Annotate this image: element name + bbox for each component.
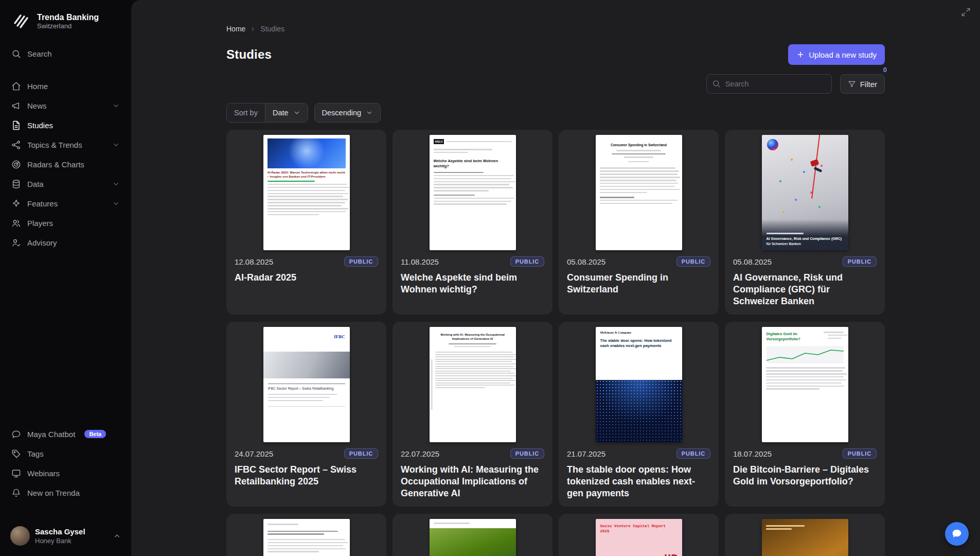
text-lines	[762, 519, 848, 530]
bell-icon	[11, 488, 21, 498]
brand-country: Switzerland	[37, 22, 99, 30]
study-card[interactable]	[226, 514, 386, 556]
toolbar: 0 Filter	[226, 74, 885, 94]
filter-label: Filter	[860, 80, 877, 89]
cover-heading: Swiss Venture Capital Report 2025	[596, 519, 682, 534]
plus-icon	[796, 50, 805, 59]
sidebar-item-label: Data	[27, 180, 44, 188]
study-visibility-badge: PUBLIC	[843, 448, 877, 459]
radar-icon	[11, 160, 21, 169]
sidebar-item-webinars[interactable]: Webinars	[6, 463, 125, 483]
sidebar-item-topics-trends[interactable]: Topics & Trends	[6, 135, 125, 154]
chat-fab-button[interactable]	[945, 522, 969, 546]
study-card[interactable]: Digitales Gold im Vorsorgeportfolio?	[725, 322, 885, 507]
sidebar-item-radars-charts[interactable]: Radars & Charts	[6, 154, 125, 174]
study-date: 24.07.2025	[235, 449, 273, 458]
cover-heading: IFBC Sector Report – Swiss Retailbanking	[263, 387, 350, 391]
chevron-down-icon	[112, 141, 120, 149]
chevron-down-icon	[112, 180, 120, 188]
search-input[interactable]	[706, 74, 832, 94]
tag-icon	[11, 449, 21, 459]
user-menu[interactable]: Sascha Gysel Honey Bank	[6, 523, 125, 549]
study-card[interactable]: McKinsey & Company The stable door opens…	[559, 322, 719, 507]
study-card[interactable]: Swiss Venture Capital Report 2025 UP	[559, 514, 719, 556]
chevron-right-icon	[250, 26, 256, 32]
study-card[interactable]: AI-Radar 2025: Warum Technologie allein …	[226, 130, 386, 315]
sort-field-value: Date	[273, 109, 289, 117]
trenda-logo-icon	[10, 10, 32, 32]
study-card[interactable]: IFBC IFBC Sector Report – Swiss Retailba…	[226, 322, 386, 507]
cover-heading: Welche Aspekte sind beim Wohnen wichtig?	[430, 159, 516, 169]
sidebar-item-features[interactable]: Features	[6, 194, 125, 213]
cover-logo-sphere	[767, 139, 778, 150]
study-card[interactable]: Working with AI: Measuring the Occupatio…	[393, 322, 553, 507]
study-visibility-badge: PUBLIC	[676, 256, 710, 267]
users-icon	[11, 218, 21, 228]
study-title: AI Governance, Risk und Compliance (GRC)…	[733, 272, 877, 307]
filter-button[interactable]: Filter	[840, 74, 885, 94]
study-title: AI-Radar 2025	[235, 272, 378, 284]
avatar	[10, 526, 30, 546]
study-visibility-badge: PUBLIC	[510, 448, 544, 459]
sidebar-item-data[interactable]: Data	[6, 174, 125, 194]
study-card[interactable]: GLOBAL	[725, 514, 885, 556]
study-date: 18.07.2025	[733, 449, 772, 458]
study-thumbnail	[235, 517, 378, 556]
study-thumbnail: IFBC IFBC Sector Report – Swiss Retailba…	[235, 325, 378, 444]
sort-field-dropdown[interactable]: Date	[265, 103, 308, 122]
sidebar-item-label: News	[27, 101, 47, 110]
text-lines	[430, 352, 516, 388]
sort-direction-dropdown[interactable]: Descending	[315, 103, 381, 122]
chevron-up-icon	[113, 532, 121, 540]
filter-count-badge: 0	[883, 66, 887, 74]
sidebar-nav: Home News Studies Topics & Trends Radars…	[6, 76, 125, 252]
sidebar-item-advisory[interactable]: Advisory	[6, 233, 125, 252]
sidebar-item-tags[interactable]: Tags	[6, 444, 125, 463]
study-thumbnail: Digitales Gold im Vorsorgeportfolio?	[733, 325, 877, 444]
text-lines	[263, 394, 350, 401]
study-visibility-badge: PUBLIC	[344, 256, 378, 267]
cover-heading: Working with AI: Measuring the Occupatio…	[430, 333, 516, 341]
study-card[interactable]: AI Governance, Risk und Compliance (GRC)…	[725, 130, 885, 315]
breadcrumb-home[interactable]: Home	[226, 25, 245, 33]
study-thumbnail: McKinsey & Company The stable door opens…	[567, 325, 710, 444]
sidebar-item-home[interactable]: Home	[6, 76, 125, 96]
study-card[interactable]: Consumer Spending in Switzerland	[559, 130, 719, 315]
cover-subheading: für Schweizer Banken	[767, 242, 844, 246]
chat-icon	[11, 429, 21, 439]
user-check-icon	[11, 238, 21, 248]
study-thumbnail: Consumer Spending in Switzerland	[567, 133, 710, 252]
sidebar-item-studies[interactable]: Studies	[6, 115, 125, 135]
megaphone-icon	[11, 101, 21, 111]
text-lines	[596, 167, 682, 204]
expand-icon[interactable]	[961, 7, 971, 17]
sidebar-item-maya-chatbot[interactable]: Maya Chatbot Beta	[6, 424, 125, 444]
sidebar-item-label: Maya Chatbot	[27, 430, 75, 439]
main-panel: Home Studies Studies Upload a new study …	[131, 0, 980, 556]
study-thumbnail: Swiss Venture Capital Report 2025 UP	[567, 517, 710, 556]
brand[interactable]: Trenda Banking Switzerland	[6, 10, 125, 32]
sidebar-search-label: Search	[27, 49, 52, 58]
study-thumbnail: Studie 2023 Asset Management	[401, 517, 544, 556]
study-date: 05.08.2025	[567, 257, 605, 266]
sidebar-item-players[interactable]: Players	[6, 213, 125, 233]
sidebar-item-news[interactable]: News	[6, 96, 125, 115]
sidebar-item-label: Players	[27, 219, 53, 228]
text-lines	[430, 172, 516, 205]
study-card[interactable]: HSLU Welche Aspekte sind beim Wohnen wic…	[393, 130, 553, 315]
sidebar-search[interactable]: Search	[6, 44, 125, 63]
search-icon	[712, 79, 721, 88]
upload-study-label: Upload a new study	[809, 50, 877, 59]
study-visibility-badge: PUBLIC	[843, 256, 877, 267]
chevron-down-icon	[112, 200, 120, 207]
breadcrumb-current: Studies	[260, 25, 284, 33]
search-icon	[11, 49, 21, 59]
sidebar-item-label: Radars & Charts	[27, 160, 84, 169]
study-card[interactable]: Studie 2023 Asset Management	[393, 514, 553, 556]
text-lines	[430, 343, 516, 347]
study-visibility-badge: PUBLIC	[344, 448, 378, 459]
cover-logo: IFBC	[334, 334, 345, 339]
sidebar-item-new-on-trenda[interactable]: New on Trenda	[6, 483, 125, 502]
upload-study-button[interactable]: Upload a new study	[788, 44, 885, 65]
study-title: Die Bitcoin-Barriere – Digitales Gold im…	[733, 464, 877, 488]
